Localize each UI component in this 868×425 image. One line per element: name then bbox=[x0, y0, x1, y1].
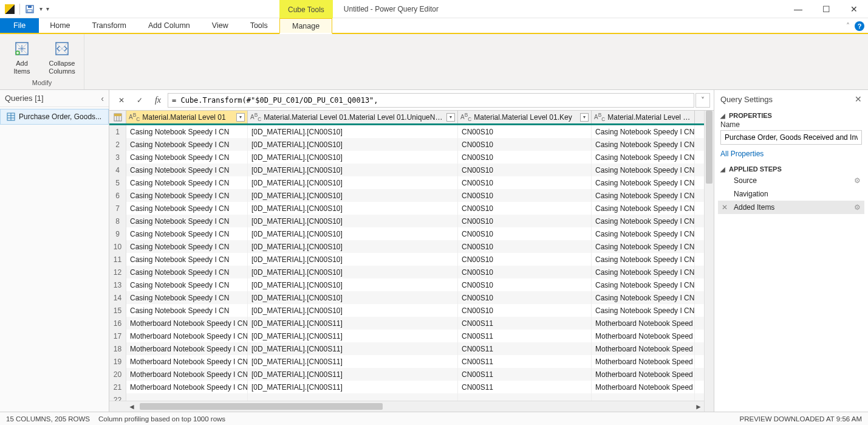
cell[interactable]: Casing Notebook Speedy I CN bbox=[126, 202, 248, 215]
table-row[interactable]: 14Casing Notebook Speedy I CN[0D_MATERIA… bbox=[109, 291, 704, 304]
cell[interactable]: Casing Notebook Speedy I CN bbox=[126, 253, 248, 266]
cell[interactable] bbox=[248, 393, 458, 401]
table-row[interactable]: 22 bbox=[109, 393, 704, 401]
cell[interactable]: [0D_MATERIAL].[CN00S10] bbox=[248, 125, 458, 138]
row-index[interactable]: 21 bbox=[109, 381, 126, 393]
cell[interactable]: Casing Notebook Speedy I CN bbox=[126, 240, 248, 253]
cell[interactable]: Motherboard Notebook Speedy I CN bbox=[126, 317, 248, 330]
cell[interactable]: Casing Notebook Speedy I CN bbox=[592, 151, 695, 164]
cell[interactable]: CN00S10 bbox=[458, 138, 592, 151]
table-row[interactable]: 19Motherboard Notebook Speedy I CN[0D_MA… bbox=[109, 355, 704, 368]
cell[interactable]: Casing Notebook Speedy I CN bbox=[592, 304, 695, 317]
cell[interactable]: Casing Notebook Speedy I CN bbox=[592, 253, 695, 266]
cell[interactable]: Casing Notebook Speedy I CN bbox=[592, 227, 695, 240]
table-row[interactable]: 11Casing Notebook Speedy I CN[0D_MATERIA… bbox=[109, 253, 704, 266]
select-all-corner[interactable] bbox=[109, 111, 126, 123]
status-profiling[interactable]: Column profiling based on top 1000 rows bbox=[98, 415, 225, 423]
row-index[interactable]: 7 bbox=[109, 202, 126, 215]
cell[interactable]: Motherboard Notebook Speed bbox=[592, 381, 695, 393]
table-row[interactable]: 8Casing Notebook Speedy I CN[0D_MATERIAL… bbox=[109, 215, 704, 227]
cell[interactable]: Casing Notebook Speedy I CN bbox=[126, 151, 248, 164]
cell[interactable]: Casing Notebook Speedy I CN bbox=[592, 125, 695, 138]
column-filter-icon[interactable]: ▾ bbox=[580, 113, 589, 122]
table-row[interactable]: 10Casing Notebook Speedy I CN[0D_MATERIA… bbox=[109, 240, 704, 253]
row-index[interactable]: 16 bbox=[109, 317, 126, 330]
cell[interactable]: [0D_MATERIAL].[CN00S10] bbox=[248, 176, 458, 189]
cell[interactable]: Casing Notebook Speedy I CN bbox=[592, 240, 695, 253]
cell[interactable]: CN00S11 bbox=[458, 330, 592, 342]
table-row[interactable]: 18Motherboard Notebook Speedy I CN[0D_MA… bbox=[109, 342, 704, 355]
table-row[interactable]: 21Motherboard Notebook Speedy I CN[0D_MA… bbox=[109, 381, 704, 393]
cell[interactable]: Casing Notebook Speedy I CN bbox=[592, 202, 695, 215]
cell[interactable]: CN00S10 bbox=[458, 202, 592, 215]
column-header-3[interactable]: ABC Material.Material Level 01.Key ▾ bbox=[458, 111, 592, 123]
table-row[interactable]: 7Casing Notebook Speedy I CN[0D_MATERIAL… bbox=[109, 202, 704, 215]
tab-transform[interactable]: Transform bbox=[81, 18, 138, 33]
column-filter-icon[interactable]: ▾ bbox=[236, 113, 245, 122]
row-index[interactable]: 2 bbox=[109, 138, 126, 151]
cell[interactable]: [0D_MATERIAL].[CN00S10] bbox=[248, 266, 458, 278]
formula-input[interactable] bbox=[168, 93, 694, 108]
row-index[interactable]: 22 bbox=[109, 393, 126, 401]
cell[interactable]: CN00S11 bbox=[458, 342, 592, 355]
row-index[interactable]: 20 bbox=[109, 368, 126, 381]
cell[interactable]: CN00S10 bbox=[458, 266, 592, 278]
ribbon-collapse-icon[interactable]: ˄ bbox=[846, 22, 850, 30]
settings-close-icon[interactable]: ✕ bbox=[855, 94, 862, 104]
cell[interactable]: Motherboard Notebook Speedy I CN bbox=[126, 330, 248, 342]
table-row[interactable]: 12Casing Notebook Speedy I CN[0D_MATERIA… bbox=[109, 266, 704, 278]
row-index[interactable]: 3 bbox=[109, 151, 126, 164]
table-row[interactable]: 6Casing Notebook Speedy I CN[0D_MATERIAL… bbox=[109, 189, 704, 202]
row-index[interactable]: 12 bbox=[109, 266, 126, 278]
scroll-left-icon[interactable]: ◄ bbox=[126, 401, 137, 412]
cell[interactable]: [0D_MATERIAL].[CN00S10] bbox=[248, 278, 458, 291]
table-row[interactable]: 9Casing Notebook Speedy I CN[0D_MATERIAL… bbox=[109, 227, 704, 240]
cell[interactable]: Casing Notebook Speedy I CN bbox=[126, 215, 248, 227]
all-properties-link[interactable]: All Properties bbox=[714, 146, 868, 162]
save-icon[interactable] bbox=[25, 4, 35, 14]
minimize-button[interactable]: — bbox=[784, 0, 812, 18]
cell[interactable]: Casing Notebook Speedy I CN bbox=[592, 138, 695, 151]
step-source[interactable]: Source ⚙ bbox=[718, 174, 864, 187]
cell[interactable]: Casing Notebook Speedy I CN bbox=[126, 304, 248, 317]
row-index[interactable]: 4 bbox=[109, 164, 126, 176]
row-index[interactable]: 10 bbox=[109, 240, 126, 253]
cell[interactable]: CN00S10 bbox=[458, 189, 592, 202]
tab-tools[interactable]: Tools bbox=[239, 18, 279, 33]
formula-accept-icon[interactable]: ✓ bbox=[131, 93, 148, 108]
cell[interactable]: [0D_MATERIAL].[CN00S11] bbox=[248, 368, 458, 381]
queries-collapse-icon[interactable]: ‹ bbox=[101, 94, 104, 103]
cell[interactable]: [0D_MATERIAL].[CN00S10] bbox=[248, 164, 458, 176]
cell[interactable]: CN00S10 bbox=[458, 291, 592, 304]
cell[interactable]: Motherboard Notebook Speed bbox=[592, 355, 695, 368]
cell[interactable]: Casing Notebook Speedy I CN bbox=[126, 291, 248, 304]
table-row[interactable]: 5Casing Notebook Speedy I CN[0D_MATERIAL… bbox=[109, 176, 704, 189]
cell[interactable]: Motherboard Notebook Speed bbox=[592, 330, 695, 342]
cell[interactable]: Casing Notebook Speedy I CN bbox=[592, 189, 695, 202]
cell[interactable]: Motherboard Notebook Speed bbox=[592, 342, 695, 355]
column-header-1[interactable]: ABC Material.Material Level 01 ▾ bbox=[126, 111, 248, 123]
cell[interactable]: Motherboard Notebook Speedy I CN bbox=[126, 355, 248, 368]
cell[interactable]: CN00S10 bbox=[458, 253, 592, 266]
tab-add-column[interactable]: Add Column bbox=[137, 18, 201, 33]
cell[interactable]: CN00S10 bbox=[458, 215, 592, 227]
tab-home[interactable]: Home bbox=[39, 18, 81, 33]
cell[interactable] bbox=[126, 393, 248, 401]
cell[interactable]: CN00S10 bbox=[458, 164, 592, 176]
row-index[interactable]: 19 bbox=[109, 355, 126, 368]
cell[interactable]: Casing Notebook Speedy I CN bbox=[126, 125, 248, 138]
v-scroll-thumb[interactable] bbox=[706, 111, 713, 184]
add-items-button[interactable]: AddItems bbox=[6, 39, 38, 75]
cell[interactable]: CN00S10 bbox=[458, 240, 592, 253]
table-row[interactable]: 4Casing Notebook Speedy I CN[0D_MATERIAL… bbox=[109, 164, 704, 176]
cell[interactable]: [0D_MATERIAL].[CN00S11] bbox=[248, 381, 458, 393]
cell[interactable]: Casing Notebook Speedy I CN bbox=[592, 176, 695, 189]
row-index[interactable]: 9 bbox=[109, 227, 126, 240]
help-icon[interactable]: ? bbox=[855, 21, 864, 31]
cell[interactable]: Casing Notebook Speedy I CN bbox=[126, 266, 248, 278]
table-row[interactable]: 17Motherboard Notebook Speedy I CN[0D_MA… bbox=[109, 330, 704, 342]
cell[interactable]: CN00S11 bbox=[458, 355, 592, 368]
cell[interactable]: [0D_MATERIAL].[CN00S11] bbox=[248, 355, 458, 368]
cell[interactable]: [0D_MATERIAL].[CN00S10] bbox=[248, 202, 458, 215]
h-scroll-thumb[interactable] bbox=[140, 403, 383, 410]
